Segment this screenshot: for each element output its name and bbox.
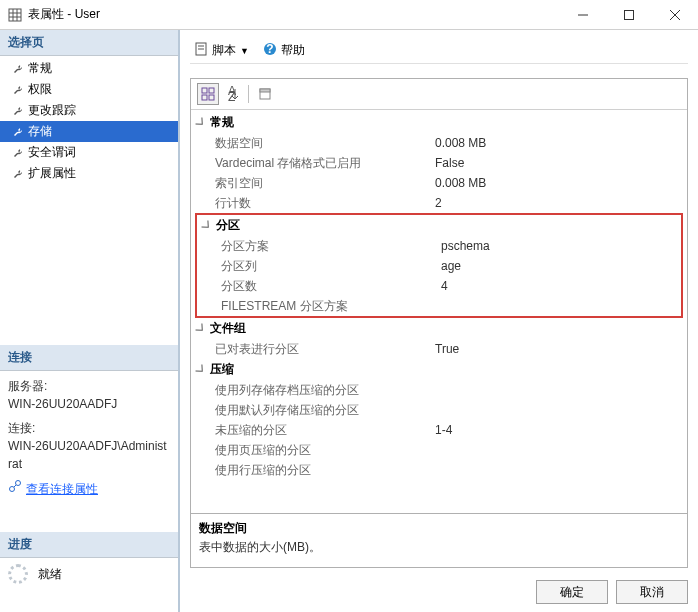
- pg-category-label: 文件组: [210, 320, 246, 337]
- server-value: WIN-26UU20AADFJ: [8, 395, 170, 413]
- sidebar-item-label: 存储: [28, 123, 52, 140]
- pg-row[interactable]: 行计数2: [191, 193, 687, 213]
- pg-row[interactable]: 使用默认列存储压缩的分区: [191, 400, 687, 420]
- sort-button[interactable]: AZ: [221, 83, 243, 105]
- svg-line-11: [14, 485, 16, 487]
- pg-key: 已对表进行分区: [215, 340, 435, 358]
- caret-down-icon: ▼: [240, 46, 249, 56]
- pg-row[interactable]: 索引空间0.008 MB: [191, 173, 687, 193]
- pg-value: [435, 441, 687, 459]
- pg-value: 0.008 MB: [435, 174, 687, 192]
- svg-rect-0: [9, 9, 21, 21]
- sidebar-item-5[interactable]: 扩展属性: [0, 163, 178, 184]
- pg-row[interactable]: 分区方案pschema: [197, 236, 681, 256]
- sidebar-item-1[interactable]: 权限: [0, 79, 178, 100]
- wrench-icon: [12, 84, 24, 96]
- pg-key: 未压缩的分区: [215, 421, 435, 439]
- pg-row[interactable]: 使用页压缩的分区: [191, 440, 687, 460]
- pg-value: True: [435, 340, 687, 358]
- expand-icon[interactable]: [195, 323, 206, 334]
- pg-value: 1-4: [435, 421, 687, 439]
- desc-title: 数据空间: [199, 520, 679, 537]
- pg-body[interactable]: 常规数据空间0.008 MBVardecimal 存储格式已启用False索引空…: [191, 110, 687, 513]
- pg-value: [441, 297, 681, 315]
- script-button[interactable]: 脚本 ▼: [190, 40, 253, 61]
- sidebar-item-label: 安全谓词: [28, 144, 76, 161]
- pg-row[interactable]: 未压缩的分区1-4: [191, 420, 687, 440]
- wrench-icon: [12, 147, 24, 159]
- server-label: 服务器:: [8, 377, 170, 395]
- close-button[interactable]: [652, 0, 698, 30]
- property-grid: AZ 常规数据空间0.008 MBVardecimal 存储格式已启用False…: [190, 78, 688, 568]
- connection-info: 服务器: WIN-26UU20AADFJ 连接: WIN-26UU20AADFJ…: [0, 371, 178, 504]
- pg-category[interactable]: 常规: [191, 112, 687, 133]
- pg-row[interactable]: Vardecimal 存储格式已启用False: [191, 153, 687, 173]
- pg-toolbar: AZ: [191, 79, 687, 110]
- sidebar-item-4[interactable]: 安全谓词: [0, 142, 178, 163]
- pg-row[interactable]: 分区列age: [197, 256, 681, 276]
- categorize-button[interactable]: [197, 83, 219, 105]
- pg-row[interactable]: 数据空间0.008 MB: [191, 133, 687, 153]
- pg-category-label: 分区: [216, 217, 240, 234]
- pg-row[interactable]: 分区数4: [197, 276, 681, 296]
- pg-value: [435, 461, 687, 479]
- sidebar-item-3[interactable]: 存储: [0, 121, 178, 142]
- sidebar-item-2[interactable]: 更改跟踪: [0, 100, 178, 121]
- window-buttons: [560, 0, 698, 30]
- pg-key: 行计数: [215, 194, 435, 212]
- sidebar-item-label: 扩展属性: [28, 165, 76, 182]
- pg-value: False: [435, 154, 687, 172]
- pg-row[interactable]: FILESTREAM 分区方案: [197, 296, 681, 316]
- help-label: 帮助: [281, 42, 305, 59]
- svg-text:Z: Z: [228, 90, 235, 104]
- left-panel: 选择页 常规权限更改跟踪存储安全谓词扩展属性 连接 服务器: WIN-26UU2…: [0, 30, 180, 612]
- cancel-button[interactable]: 取消: [616, 580, 688, 604]
- svg-point-9: [10, 487, 15, 492]
- script-icon: [194, 42, 208, 59]
- pg-row[interactable]: 使用列存储存档压缩的分区: [191, 380, 687, 400]
- progress-heading: 进度: [0, 532, 178, 558]
- svg-point-10: [16, 481, 21, 486]
- property-pages-button[interactable]: [254, 83, 276, 105]
- minimize-button[interactable]: [560, 0, 606, 30]
- sidebar-item-label: 更改跟踪: [28, 102, 76, 119]
- pg-category-label: 常规: [210, 114, 234, 131]
- progress-section: 就绪: [0, 558, 178, 590]
- pg-category[interactable]: 文件组: [191, 318, 687, 339]
- connection-icon: [8, 479, 22, 498]
- expand-icon[interactable]: [201, 220, 212, 231]
- pg-key: 分区数: [221, 277, 441, 295]
- pg-row[interactable]: 使用行压缩的分区: [191, 460, 687, 480]
- script-label: 脚本: [212, 42, 236, 59]
- pg-row[interactable]: 已对表进行分区True: [191, 339, 687, 359]
- svg-rect-17: [202, 88, 207, 93]
- dialog-buttons: 确定 取消: [190, 574, 688, 604]
- svg-rect-6: [625, 10, 634, 19]
- sidebar-item-0[interactable]: 常规: [0, 58, 178, 79]
- pg-value: [435, 401, 687, 419]
- pg-value: 4: [441, 277, 681, 295]
- expand-icon[interactable]: [195, 117, 206, 128]
- spinner-icon: [8, 564, 28, 584]
- help-button[interactable]: ? 帮助: [259, 40, 309, 61]
- wrench-icon: [12, 63, 24, 75]
- pg-key: 数据空间: [215, 134, 435, 152]
- conn-label: 连接:: [8, 419, 170, 437]
- pg-category[interactable]: 分区: [197, 215, 681, 236]
- select-pages-heading: 选择页: [0, 30, 178, 56]
- wrench-icon: [12, 126, 24, 138]
- pg-key: 分区方案: [221, 237, 441, 255]
- pg-value: 0.008 MB: [435, 134, 687, 152]
- desc-text: 表中数据的大小(MB)。: [199, 539, 679, 556]
- view-connection-link[interactable]: 查看连接属性: [26, 480, 98, 498]
- sidebar-item-label: 常规: [28, 60, 52, 77]
- window-title: 表属性 - User: [28, 6, 560, 23]
- pg-key: 使用列存储存档压缩的分区: [215, 381, 435, 399]
- pg-value: pschema: [441, 237, 681, 255]
- maximize-button[interactable]: [606, 0, 652, 30]
- pg-category[interactable]: 压缩: [191, 359, 687, 380]
- ok-button[interactable]: 确定: [536, 580, 608, 604]
- pg-key: 使用行压缩的分区: [215, 461, 435, 479]
- connection-heading: 连接: [0, 345, 178, 371]
- expand-icon[interactable]: [195, 364, 206, 375]
